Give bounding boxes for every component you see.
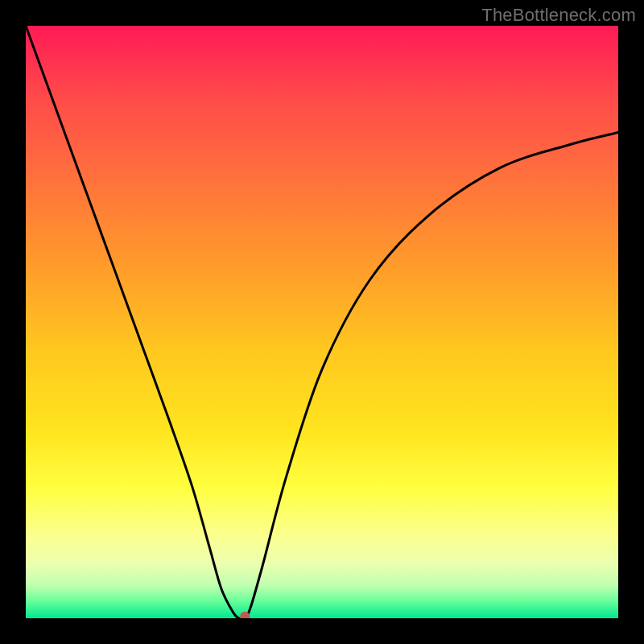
bottleneck-curve xyxy=(26,26,618,618)
watermark-text: TheBottleneck.com xyxy=(481,5,636,26)
plot-area xyxy=(26,26,618,618)
chart-container: TheBottleneck.com xyxy=(0,0,644,644)
curve-svg xyxy=(26,26,618,618)
